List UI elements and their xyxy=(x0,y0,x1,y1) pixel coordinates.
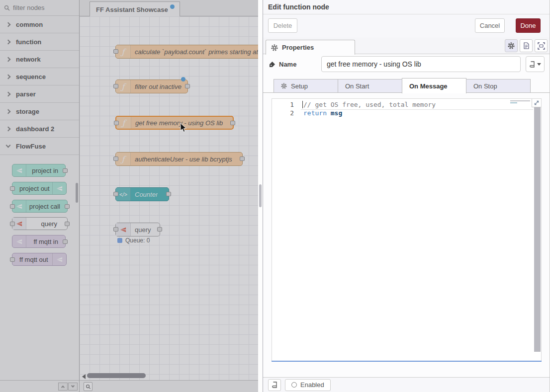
editor-scrollbar-thumb[interactable] xyxy=(534,107,541,352)
edit-tray-footer: Enabled xyxy=(263,377,550,392)
line-number: 1 xyxy=(272,101,294,108)
tab-setup[interactable]: Setup xyxy=(274,79,338,93)
description-doc-button[interactable] xyxy=(520,39,533,52)
edit-tray-toolbar: Delete Cancel Done xyxy=(263,14,550,37)
edit-form: Name Setup On Start On Message On xyxy=(263,55,550,377)
gear-icon xyxy=(271,44,278,51)
mouse-cursor xyxy=(180,123,187,133)
workspace-vscrollbar[interactable] xyxy=(258,0,263,392)
tab-on-start[interactable]: On Start xyxy=(338,79,402,93)
name-input[interactable] xyxy=(321,56,521,72)
name-label: Name xyxy=(269,56,296,72)
function-tabs: Setup On Start On Message On Stop xyxy=(263,78,550,93)
enabled-label: Enabled xyxy=(300,381,324,389)
code-line: return msg xyxy=(303,109,342,117)
name-row: Name xyxy=(268,56,545,72)
circle-icon xyxy=(291,382,297,388)
cancel-button[interactable]: Cancel xyxy=(475,18,505,33)
minimap xyxy=(510,100,533,104)
expand-editor-button[interactable] xyxy=(532,99,541,107)
code-keyword: return xyxy=(303,109,327,117)
tab-properties-label: Properties xyxy=(282,44,314,51)
library-dropdown-button[interactable] xyxy=(526,56,545,72)
edit-dialog-shade xyxy=(0,0,263,392)
book-icon xyxy=(529,61,535,68)
book-icon xyxy=(272,382,277,388)
editor-tabs-row: Properties xyxy=(263,37,550,54)
delete-button[interactable]: Delete xyxy=(268,18,297,33)
text-cursor xyxy=(302,101,303,108)
code-comment: // get OS free, used, total memory xyxy=(303,101,436,108)
node-appearance-button[interactable] xyxy=(535,39,548,52)
edit-tray: Edit function node Delete Cancel Done Pr… xyxy=(263,0,550,392)
tab-on-message[interactable]: On Message xyxy=(402,78,466,93)
caret-down-icon xyxy=(537,63,541,66)
tag-icon xyxy=(269,61,275,68)
line-number: 2 xyxy=(272,109,294,117)
tab-properties[interactable]: Properties xyxy=(266,40,355,55)
code-editor[interactable]: 1 2 // get OS free, used, total memory r… xyxy=(272,98,542,361)
tab-on-stop[interactable]: On Stop xyxy=(466,79,531,93)
vscroll-thumb[interactable] xyxy=(259,184,262,207)
edit-tray-title: Edit function node xyxy=(263,0,550,14)
properties-gear-button[interactable] xyxy=(505,39,518,52)
gear-icon xyxy=(281,83,287,89)
library-button[interactable] xyxy=(268,379,281,391)
done-button[interactable]: Done xyxy=(516,18,541,33)
enabled-toggle-button[interactable]: Enabled xyxy=(285,379,331,391)
code-variable: msg xyxy=(327,109,342,117)
